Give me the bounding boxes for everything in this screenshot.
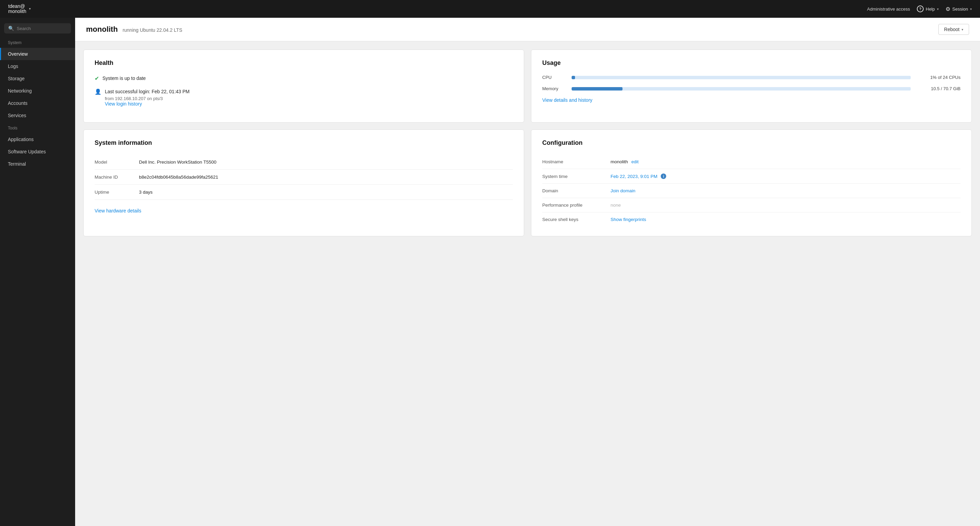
config-row-performance: Performance profile none	[542, 198, 961, 212]
page-title: monolith	[86, 25, 118, 34]
config-row-domain: Domain Join domain	[542, 184, 961, 198]
memory-value: 10.5 / 70.7 GiB	[916, 86, 961, 91]
search-icon: 🔍	[8, 26, 14, 31]
topbar: tdean@ monolith ▾ Administrative access …	[0, 0, 980, 18]
health-status-item: ✔ System is up to date	[95, 75, 513, 82]
show-fingerprints-link[interactable]: Show fingerprints	[611, 217, 646, 222]
health-login-from: from 192.168.10.207 on pts/3	[105, 96, 189, 101]
health-title: Health	[95, 59, 513, 67]
config-value-ssh: Show fingerprints	[611, 217, 646, 222]
config-label-performance: Performance profile	[542, 202, 611, 208]
memory-label: Memory	[542, 86, 566, 91]
config-label-system-time: System time	[542, 174, 611, 179]
memory-progress-bar	[572, 87, 911, 91]
hostname-edit-link[interactable]: edit	[632, 159, 638, 164]
config-row-hostname: Hostname monolith edit	[542, 155, 961, 169]
system-info-title: System information	[95, 139, 513, 147]
health-login-item: 👤 Last successful login: Feb 22, 01:43 P…	[95, 88, 513, 107]
gear-icon: ⚙	[945, 6, 950, 12]
topbar-hostname: monolith	[8, 8, 26, 14]
sidebar: 🔍 Search System Overview Logs Storage Ne…	[0, 18, 75, 526]
system-info-card: System information Model Dell Inc. Preci…	[83, 129, 524, 236]
info-row-uptime: Uptime 3 days	[95, 185, 513, 200]
health-card: Health ✔ System is up to date 👤 Last suc…	[83, 49, 524, 123]
config-value-performance: none	[611, 202, 621, 208]
sidebar-item-storage[interactable]: Storage	[0, 72, 75, 85]
page-subtitle: running Ubuntu 22.04.2 LTS	[123, 27, 182, 33]
main-content: monolith running Ubuntu 22.04.2 LTS Rebo…	[75, 18, 980, 526]
user-dropdown-arrow[interactable]: ▾	[29, 7, 31, 11]
session-button[interactable]: ⚙ Session ▾	[945, 6, 972, 12]
cpu-progress-fill	[572, 76, 575, 79]
config-value-domain: Join domain	[611, 188, 635, 193]
topbar-user-section[interactable]: tdean@ monolith ▾	[8, 3, 31, 14]
system-time-link[interactable]: Feb 22, 2023, 9:01 PM	[611, 174, 657, 179]
health-login-text: Last successful login: Feb 22, 01:43 PM	[105, 88, 189, 95]
info-row-machine-id: Machine ID b8e2c04fdb0645b8a56dade99fa25…	[95, 170, 513, 185]
user-icon: 👤	[95, 88, 102, 95]
sidebar-section-tools: Tools	[0, 121, 75, 133]
info-value-uptime: 3 days	[139, 190, 153, 195]
usage-title: Usage	[542, 59, 961, 67]
session-label: Session	[952, 6, 968, 12]
help-button[interactable]: ? Help ▾	[917, 5, 939, 12]
info-label-uptime: Uptime	[95, 190, 139, 195]
reboot-button[interactable]: Reboot ▾	[938, 24, 969, 35]
help-label: Help	[926, 6, 935, 12]
memory-progress-fill	[572, 87, 622, 91]
content-grid: Health ✔ System is up to date 👤 Last suc…	[75, 41, 980, 245]
check-icon: ✔	[95, 75, 99, 81]
search-placeholder: Search	[17, 26, 31, 31]
usage-card: Usage CPU 1% of 24 CPUs Memory 10.5 / 70…	[531, 49, 972, 123]
config-value-hostname: monolith edit	[611, 159, 638, 164]
admin-access-label: Administrative access	[867, 6, 910, 12]
cpu-progress-bar	[572, 76, 911, 79]
join-domain-link[interactable]: Join domain	[611, 188, 635, 193]
system-time-info-icon[interactable]: i	[661, 174, 666, 179]
view-login-history-link[interactable]: View login history	[105, 101, 142, 107]
user-info: tdean@ monolith	[8, 3, 26, 14]
reboot-label: Reboot	[944, 27, 959, 32]
health-status-text: System is up to date	[102, 75, 146, 82]
sidebar-item-software-updates[interactable]: Software Updates	[0, 145, 75, 158]
info-label-machine-id: Machine ID	[95, 175, 139, 180]
config-row-system-time: System time Feb 22, 2023, 9:01 PM i	[542, 169, 961, 184]
configuration-card: Configuration Hostname monolith edit Sys…	[531, 129, 972, 236]
page-header: monolith running Ubuntu 22.04.2 LTS Rebo…	[75, 18, 980, 41]
view-hardware-details-link[interactable]: View hardware details	[95, 208, 142, 214]
sidebar-item-system[interactable]: System	[0, 39, 75, 48]
sidebar-item-logs[interactable]: Logs	[0, 60, 75, 72]
config-label-ssh: Secure shell keys	[542, 217, 611, 222]
info-value-model: Dell Inc. Precision WorkStation T5500	[139, 159, 216, 165]
hostname-value: monolith	[611, 159, 628, 164]
sidebar-item-terminal[interactable]: Terminal	[0, 158, 75, 170]
info-value-machine-id: b8e2c04fdb0645b8a56dade99fa25621	[139, 175, 218, 180]
sidebar-item-networking[interactable]: Networking	[0, 85, 75, 97]
sidebar-item-applications[interactable]: Applications	[0, 133, 75, 145]
config-value-system-time: Feb 22, 2023, 9:01 PM i	[611, 174, 666, 179]
sidebar-item-services[interactable]: Services	[0, 109, 75, 121]
config-label-domain: Domain	[542, 188, 611, 193]
session-dropdown-arrow: ▾	[970, 7, 972, 11]
help-icon: ?	[917, 5, 924, 12]
view-details-history-link[interactable]: View details and history	[542, 97, 592, 103]
reboot-dropdown-arrow: ▾	[962, 28, 963, 32]
info-label-model: Model	[95, 159, 139, 165]
config-row-ssh: Secure shell keys Show fingerprints	[542, 212, 961, 226]
topbar-actions: Administrative access ? Help ▾ ⚙ Session…	[867, 5, 972, 12]
config-label-hostname: Hostname	[542, 159, 611, 164]
search-box[interactable]: 🔍 Search	[4, 23, 71, 33]
cpu-label: CPU	[542, 75, 566, 80]
sidebar-item-accounts[interactable]: Accounts	[0, 97, 75, 109]
cpu-value: 1% of 24 CPUs	[916, 75, 961, 80]
info-row-model: Model Dell Inc. Precision WorkStation T5…	[95, 155, 513, 170]
sidebar-item-overview[interactable]: Overview	[0, 48, 75, 60]
page-header-left: monolith running Ubuntu 22.04.2 LTS	[86, 25, 182, 34]
help-dropdown-arrow: ▾	[937, 7, 939, 11]
performance-value: none	[611, 202, 621, 208]
cpu-usage-row: CPU 1% of 24 CPUs	[542, 75, 961, 80]
memory-usage-row: Memory 10.5 / 70.7 GiB	[542, 86, 961, 91]
configuration-title: Configuration	[542, 139, 961, 147]
